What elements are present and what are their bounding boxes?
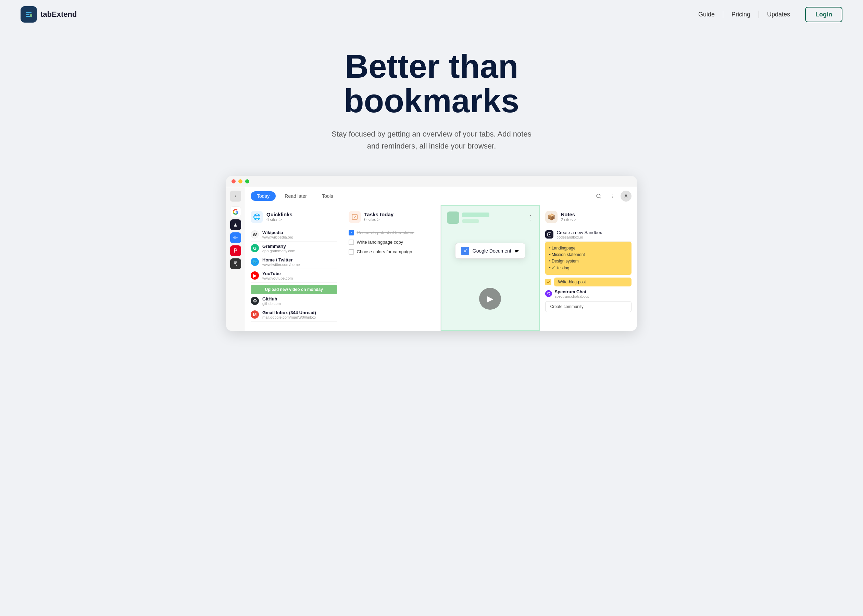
youtube-name: YouTube — [262, 271, 337, 276]
green-card-icon — [447, 212, 459, 224]
browser-mockup: › ▲ ✏ P ₹ Today Read later Tools — [226, 176, 637, 331]
browser-maximize-dot[interactable] — [245, 179, 249, 184]
gmail-info: Gmail Inbox (344 Unread) mail.google.com… — [262, 310, 337, 319]
sandbox-icon — [545, 230, 553, 239]
green-highlight-card: ⋮ — [441, 205, 540, 331]
tasks-header: Tasks today 0 sites > — [349, 211, 435, 223]
tasks-icon — [349, 211, 361, 223]
gdoc-tooltip[interactable]: Google Document ☛ — [455, 243, 525, 259]
list-item[interactable]: W Wikipedia www.wikipedia.org — [251, 228, 337, 242]
browser-minimize-dot[interactable] — [238, 179, 243, 184]
hero-subtitle: Stay focused by getting an overview of y… — [329, 128, 534, 152]
notes-icon: 📦 — [545, 211, 557, 223]
sidebar-item-google[interactable] — [230, 206, 241, 217]
gmail-name: Gmail Inbox (344 Unread) — [262, 310, 337, 315]
github-favicon: ⚙ — [251, 297, 259, 305]
hero-section: Better than bookmarks Stay focused by ge… — [0, 29, 863, 166]
svg-rect-5 — [545, 279, 551, 285]
logo-icon — [20, 6, 37, 23]
write-blog-row: Write-blog-post — [545, 278, 632, 286]
hero-title: Better than bookmarks — [7, 49, 856, 118]
github-name: GitHub — [262, 296, 337, 302]
grammarly-url: app.grammarly.com — [262, 249, 337, 253]
nav-pricing[interactable]: Pricing — [723, 11, 759, 18]
tasks-title: Tasks today — [364, 212, 394, 217]
youtube-favicon: ▶ — [251, 271, 259, 280]
twitter-url: www.twitter.com/home — [262, 262, 337, 267]
tabs-row: Today Read later Tools ⋮ A — [245, 187, 637, 205]
sticky-item-1: • Landingpage — [549, 245, 628, 251]
navbar: tabExtend Guide Pricing Updates Login — [0, 0, 863, 29]
nav-guide[interactable]: Guide — [690, 11, 723, 18]
sidebar-item-pinterest[interactable]: P — [230, 245, 241, 256]
notes-header: 📦 Notes 2 sites > — [545, 211, 632, 223]
twitter-info: Home / Twitter www.twitter.com/home — [262, 257, 337, 267]
gdoc-text: Google Document — [472, 248, 511, 254]
sticky-item-2: • Mission statement — [549, 251, 628, 258]
sandbox-name: Create a new Sandbox — [557, 230, 602, 235]
sidebar-icons: › ▲ ✏ P ₹ — [226, 187, 245, 331]
tasks-count[interactable]: 0 sites > — [364, 217, 394, 222]
notes-title: Notes — [561, 212, 576, 217]
task-checkbox-3[interactable] — [349, 249, 354, 255]
green-title-placeholder — [462, 212, 490, 217]
app-area: › ▲ ✏ P ₹ Today Read later Tools — [0, 166, 863, 331]
spectrum-item[interactable]: Spectrum Chat spectrum.chat/about — [545, 289, 632, 299]
task-checkbox-2[interactable] — [349, 240, 354, 245]
notes-card: 📦 Notes 2 sites > Create a new S — [540, 205, 637, 331]
quicklinks-count[interactable]: 6 sites > — [266, 217, 293, 222]
list-item[interactable]: 🐦 Home / Twitter www.twitter.com/home — [251, 255, 337, 269]
twitter-name: Home / Twitter — [262, 257, 337, 262]
grammarly-name: Grammarly — [262, 244, 337, 249]
sidebar-chevron-icon[interactable]: › — [230, 191, 241, 201]
more-options-icon[interactable]: ⋮ — [607, 191, 618, 201]
sidebar-item-edit[interactable]: ✏ — [230, 233, 241, 243]
youtube-url: www.youtube.com — [262, 276, 337, 280]
list-item[interactable]: ⚙ GitHub github.com — [251, 294, 337, 308]
nav-updates[interactable]: Updates — [759, 11, 798, 18]
tab-tools[interactable]: Tools — [316, 191, 339, 201]
wikipedia-favicon: W — [251, 230, 259, 239]
create-community-button[interactable]: Create community — [545, 301, 632, 312]
tasks-card: Tasks today 0 sites > ✓ Research potenti… — [343, 205, 441, 331]
sandbox-item[interactable]: Create a new Sandbox codesandbox.io — [545, 228, 632, 242]
task-text-2: Write landingpage copy — [357, 240, 403, 245]
login-button[interactable]: Login — [805, 7, 843, 22]
play-button[interactable]: ▶ — [479, 288, 501, 310]
task-item-1[interactable]: ✓ Research potential templates — [349, 228, 435, 237]
wikipedia-url: www.wikipedia.org — [262, 235, 337, 239]
list-item[interactable]: G Grammarly app.grammarly.com — [251, 242, 337, 255]
green-more-icon[interactable]: ⋮ — [528, 214, 534, 222]
list-item[interactable]: M Gmail Inbox (344 Unread) mail.google.c… — [251, 308, 337, 322]
sidebar-item-op[interactable]: ▲ — [230, 219, 241, 230]
avatar[interactable]: A — [620, 191, 632, 201]
search-icon[interactable] — [593, 191, 604, 201]
main-content: Today Read later Tools ⋮ A 🌐 — [245, 187, 637, 331]
cards-row: 🌐 Quicklinks 6 sites > W Wikipedia www.w… — [245, 205, 637, 331]
app-container: › ▲ ✏ P ₹ Today Read later Tools — [226, 187, 637, 331]
logo-area[interactable]: tabExtend — [20, 6, 77, 23]
sidebar-item-rupee[interactable]: ₹ — [230, 258, 241, 269]
green-sub-placeholder — [462, 219, 479, 223]
tab-today[interactable]: Today — [251, 191, 276, 201]
svg-rect-1 — [30, 14, 32, 17]
cursor-icon: ☛ — [515, 248, 520, 254]
youtube-info: YouTube www.youtube.com — [262, 271, 337, 280]
task-item-2[interactable]: Write landingpage copy — [349, 237, 435, 247]
notes-count[interactable]: 2 sites > — [561, 217, 576, 222]
nav-links: Guide Pricing Updates Login — [690, 7, 843, 22]
browser-close-dot[interactable] — [231, 179, 236, 184]
upload-video-button[interactable]: Upload new video on monday — [251, 285, 337, 294]
sticky-note: • Landingpage • Mission statement • Desi… — [545, 242, 632, 275]
quicklinks-card: 🌐 Quicklinks 6 sites > W Wikipedia www.w… — [245, 205, 343, 331]
tab-read-later[interactable]: Read later — [279, 191, 313, 201]
task-checkbox-1[interactable]: ✓ — [349, 230, 354, 236]
quicklinks-header: 🌐 Quicklinks 6 sites > — [251, 211, 337, 223]
gmail-url: mail.google.com/mail/u/0/#inbox — [262, 315, 337, 319]
list-item[interactable]: ▶ YouTube www.youtube.com — [251, 269, 337, 283]
twitter-favicon: 🐦 — [251, 258, 259, 266]
write-blog-checkbox[interactable] — [545, 279, 551, 285]
task-item-3[interactable]: Choose colors for campaign — [349, 247, 435, 257]
svg-point-2 — [597, 194, 600, 198]
task-text-3: Choose colors for campaign — [357, 249, 412, 254]
